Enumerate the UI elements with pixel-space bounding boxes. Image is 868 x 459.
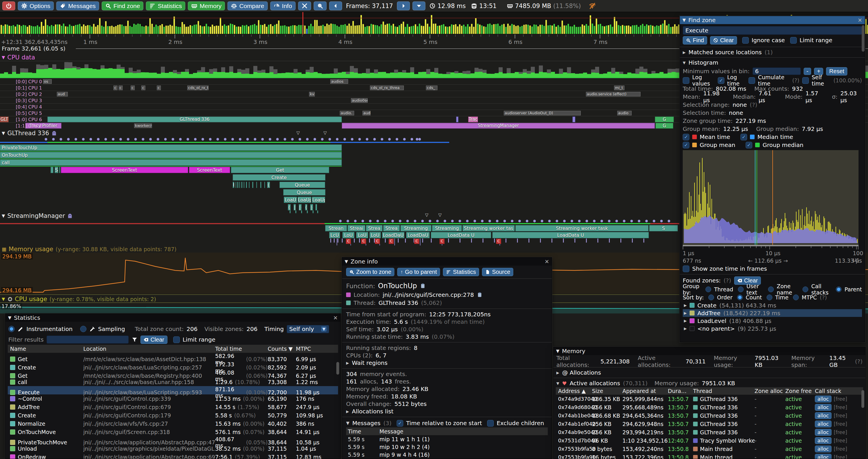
radio-mtpc[interactable] xyxy=(793,295,799,300)
zone-bar[interactable]: ( xyxy=(305,204,307,210)
frame-menu-button[interactable] xyxy=(412,1,425,10)
alloc-callstack-button[interactable]: alloc xyxy=(815,404,832,411)
table-row[interactable]: Normalizejni/../jni/src/claw/vfs/Vfs.cpp… xyxy=(8,419,338,428)
scrollbar[interactable] xyxy=(336,362,339,374)
table-row[interactable]: 0x7553b9fa508 bytes153,492,240ns13:50.8M… xyxy=(556,445,863,453)
cumulate-checkbox[interactable] xyxy=(748,77,755,84)
exclude-children-checkbox[interactable] xyxy=(487,420,494,427)
process-tag[interactable]: os xyxy=(43,79,52,84)
power-button[interactable] xyxy=(2,1,15,10)
column-header[interactable]: Zone free xyxy=(785,388,815,394)
zone-bar[interactable]: LoadData U xyxy=(492,232,649,238)
process-tag[interactable]: c xyxy=(141,86,145,90)
scrollbar[interactable] xyxy=(861,390,864,408)
zone-bar[interactable] xyxy=(59,167,60,173)
column-header[interactable]: Message xyxy=(379,428,546,435)
allocations-group[interactable]: ▶@ Allocations xyxy=(556,368,863,376)
zone-bar[interactable] xyxy=(260,182,261,188)
table-row[interactable]: 0x74a9d68040256 KB295,668,489ns13:50.7GL… xyxy=(556,403,863,412)
process-tag[interactable]: c xyxy=(114,86,118,90)
zone-bar[interactable]: OnTouchUp xyxy=(0,152,342,158)
process-tag[interactable]: c xyxy=(119,86,123,90)
funnel-icon[interactable] xyxy=(131,337,137,343)
table-row[interactable]: OnTouchMovejni/../jni/src/guif/Screen.cp… xyxy=(8,428,338,436)
column-header[interactable]: Call stack xyxy=(815,388,861,394)
alloc-callstack-button[interactable]: alloc xyxy=(815,454,832,459)
alloc-callstack-button[interactable]: alloc xyxy=(815,421,832,427)
histogram-group[interactable]: ▼Histogram xyxy=(683,59,862,66)
table-row[interactable]: Executejni/../jni/src/claw/base/LuaScrip… xyxy=(8,386,338,394)
column-header[interactable]: Counts ▼ xyxy=(268,346,296,352)
zone-bar[interactable]: LoaUp xyxy=(312,197,325,203)
process-tag[interactable]: kworker/u xyxy=(134,124,152,128)
zone-time-histogram[interactable] xyxy=(683,150,859,245)
clipboard-icon[interactable] xyxy=(477,292,483,298)
table-row[interactable]: Get/mnt/e/claw/src/claw/base/Registry.hp… xyxy=(8,369,338,378)
table-row[interactable]: calljni/../jni/../../src/claw/base/Lunar… xyxy=(8,378,338,386)
zone-bar[interactable] xyxy=(312,210,314,213)
memory-button[interactable]: Memory xyxy=(188,1,225,10)
column-header[interactable]: MTPC xyxy=(296,346,336,352)
column-header[interactable]: Size xyxy=(592,388,622,394)
message-mark[interactable]: C xyxy=(375,238,380,244)
cpu-data-header[interactable]: ▼CPU data xyxy=(2,54,35,61)
cpu-zone-bar[interactable] xyxy=(572,117,575,122)
zone-bar[interactable]: ( xyxy=(267,182,270,188)
table-row[interactable]: ~Controljni/../jni/src/guif/Control.cpp:… xyxy=(8,394,338,403)
zone-bar[interactable]: LoU xyxy=(369,232,381,238)
zone-bar[interactable]: Streaming worker tas xyxy=(462,225,515,231)
statistics-titlebar[interactable]: ▼Statistics ✕ xyxy=(5,314,340,322)
cpu-usage-header[interactable]: ▼ CPU usage (y-range: 0.78%, visible dat… xyxy=(2,296,156,302)
next-frame-button[interactable] xyxy=(397,1,410,10)
message-row[interactable]: 5.59 smip 9 w 4 h 4 (16) xyxy=(346,451,548,458)
zone-bar[interactable] xyxy=(244,182,244,188)
log-values-checkbox[interactable] xyxy=(683,77,689,84)
zone-info-titlebar[interactable]: ▼Zone info ✕ xyxy=(342,258,552,265)
zone-bar[interactable]: LoadDaU xyxy=(406,232,430,238)
zone-bar[interactable]: call xyxy=(0,159,342,166)
legend-checkbox[interactable]: ✓ xyxy=(746,142,752,149)
zone-bar[interactable]: |~ xyxy=(310,204,313,210)
zone-bar[interactable]: LoaU xyxy=(284,197,297,203)
filter-input[interactable] xyxy=(46,335,129,343)
message-mark[interactable]: C xyxy=(389,238,394,244)
zone-bar[interactable]: E xyxy=(232,182,235,188)
column-header[interactable]: Appeared at xyxy=(622,388,668,394)
source-button[interactable]: Source xyxy=(482,268,513,276)
clear-find-button[interactable]: Clear xyxy=(710,36,737,44)
column-header[interactable]: Name xyxy=(10,346,83,352)
legend-checkbox[interactable]: ✓ xyxy=(741,134,747,140)
tools-button[interactable] xyxy=(298,1,311,10)
legend-checkbox[interactable]: ✓ xyxy=(683,142,689,149)
active-allocations-group[interactable]: ▼♥ Active allocations (70,311) Memory us… xyxy=(556,379,863,387)
zone-bar[interactable]: Streaming worker task xyxy=(515,225,649,231)
radio-zone-name[interactable] xyxy=(768,287,774,292)
process-tag[interactable]: audio.service (effect) xyxy=(586,92,641,96)
radio-user-text[interactable] xyxy=(738,287,744,292)
close-icon[interactable]: ✕ xyxy=(545,258,549,265)
radio-time[interactable] xyxy=(767,295,772,300)
zone-bar[interactable]: Strean xyxy=(325,225,347,231)
show-zone-time-checkbox[interactable] xyxy=(683,265,689,272)
zone-bar[interactable]: | xyxy=(293,204,296,210)
process-tag[interactable]: cds_ xyxy=(426,86,437,90)
memory-usage-header[interactable]: ▦Memory usage (y-range: 30.88 KB, visibl… xyxy=(2,246,176,253)
zone-bar[interactable] xyxy=(249,182,250,188)
sampling-radio[interactable] xyxy=(80,326,87,332)
zone-bar[interactable] xyxy=(301,210,302,213)
message-row[interactable]: 5.59 smip 10 w 2 h 2 (4) xyxy=(346,443,548,451)
zone-bar[interactable] xyxy=(264,182,265,188)
process-tag[interactable]: c xyxy=(131,86,135,90)
radio-thread[interactable] xyxy=(706,287,711,292)
zone-bar[interactable]: LoadDaU xyxy=(382,232,404,238)
process-tag[interactable]: aud xyxy=(57,92,68,96)
zone-bar[interactable]: Queue xyxy=(283,189,326,195)
process-tag[interactable]: audios xyxy=(330,79,348,84)
compare-button[interactable]: Compare xyxy=(227,1,268,10)
cpu-zone-bar[interactable]: GLThread 336 xyxy=(48,117,342,122)
process-tag[interactable]: mi_t xyxy=(614,86,624,90)
self-time-checkbox[interactable] xyxy=(802,77,809,84)
table-row[interactable]: OnRedrawjni/../jni/src/claw/application/… xyxy=(8,453,338,459)
zone-bar[interactable]: ScreenText xyxy=(189,167,230,173)
cpu-zone-bar[interactable]: G xyxy=(655,123,673,129)
